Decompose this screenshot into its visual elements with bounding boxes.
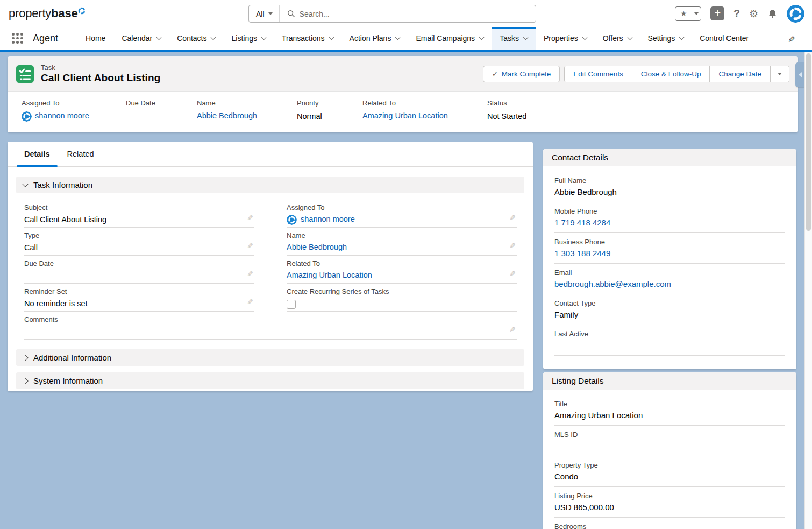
edit-pencil-icon[interactable]: ✎ xyxy=(509,214,516,222)
propertybase-logo[interactable]: propertybase xyxy=(9,6,86,20)
tab-control-center[interactable]: Control Center xyxy=(692,27,757,50)
tab-home[interactable]: Home xyxy=(77,27,113,50)
field-label: Last Active xyxy=(554,330,785,338)
global-search: All xyxy=(248,5,536,23)
record-header-top: Task Call Client About Listing ✓ Mark Co… xyxy=(8,56,798,91)
tab-email-campaigns[interactable]: Email Campaigns xyxy=(408,27,492,50)
tab-listings[interactable]: Listings xyxy=(223,27,273,50)
edit-pencil-icon[interactable]: ✎ xyxy=(247,270,253,278)
chevron-down-icon xyxy=(156,34,162,40)
collapse-panel-handle[interactable] xyxy=(795,62,804,87)
field-label: Business Phone xyxy=(554,238,785,246)
tab-control-center-label: Control Center xyxy=(700,34,749,43)
contact-type-value: Family xyxy=(554,310,785,321)
tab-contacts-label: Contacts xyxy=(177,34,206,43)
edit-pencil-icon[interactable]: ✎ xyxy=(509,270,516,278)
change-date-button[interactable]: Change Date xyxy=(710,66,771,82)
recurring-series-checkbox[interactable] xyxy=(287,300,296,309)
tab-offers[interactable]: Offers xyxy=(595,27,640,50)
field-label: Email xyxy=(554,269,785,277)
reminder-value: No reminder is set xyxy=(24,298,240,309)
chevron-down-icon xyxy=(479,34,485,40)
field-label: Contact Type xyxy=(554,299,785,307)
tab-calendar-label: Calendar xyxy=(122,34,152,43)
more-actions-button[interactable] xyxy=(771,66,789,82)
mobile-phone-link[interactable]: 1 719 418 4284 xyxy=(554,218,610,227)
field-label: Create Recurring Series of Tasks xyxy=(287,287,503,295)
scrollbar-thumb[interactable] xyxy=(806,53,811,231)
field-email: Email bedbrough.abbie@example.com xyxy=(554,264,785,294)
edit-pencil-icon[interactable]: ✎ xyxy=(509,326,516,334)
tab-action-plans[interactable]: Action Plans xyxy=(341,27,408,50)
edit-pencil-icon[interactable]: ✎ xyxy=(247,214,253,222)
close-follow-up-button[interactable]: Close & Follow-Up xyxy=(632,66,710,82)
edit-navigation-pencil-icon[interactable]: ✎ xyxy=(788,34,795,45)
tab-properties[interactable]: Properties xyxy=(536,27,595,50)
section-task-information[interactable]: Task Information xyxy=(16,177,524,193)
caret-down-icon xyxy=(778,73,782,75)
favorites-button: ★ xyxy=(675,6,701,21)
highlight-due-date: Due Date xyxy=(126,99,197,122)
tab-tasks-label: Tasks xyxy=(500,34,519,43)
tab-offers-label: Offers xyxy=(603,34,623,43)
logo-text-bold: base xyxy=(51,6,77,20)
header-actions: ★ + ? ⚙ xyxy=(675,4,804,23)
help-icon[interactable]: ? xyxy=(733,8,740,19)
favorites-star-icon[interactable]: ★ xyxy=(675,7,692,20)
assignee-avatar xyxy=(22,111,32,122)
contact-details-card: Contact Details Full Name Abbie Bedbroug… xyxy=(543,149,796,369)
chevron-left-icon xyxy=(799,72,802,77)
chevron-down-icon xyxy=(523,34,528,40)
contact-name-link[interactable]: Abbie Bedbrough xyxy=(287,243,347,252)
app-launcher-icon[interactable] xyxy=(12,33,23,44)
listing-details-card: Listing Details Title Amazing Urban Loca… xyxy=(543,372,796,529)
global-add-button[interactable]: + xyxy=(710,6,724,20)
field-comments: Comments ✎ xyxy=(24,312,517,340)
edit-comments-button[interactable]: Edit Comments xyxy=(565,66,632,82)
tab-details[interactable]: Details xyxy=(16,142,59,166)
field-listing-title: Title Amazing Urban Location xyxy=(554,395,785,426)
notifications-bell-icon[interactable] xyxy=(767,9,778,19)
assigned-to-link[interactable]: shannon moore xyxy=(35,111,89,121)
field-label: Assigned To xyxy=(287,203,503,211)
related-to-link[interactable]: Amazing Urban Location xyxy=(362,111,448,121)
business-phone-link[interactable]: 1 303 188 2449 xyxy=(554,249,610,258)
field-label: Title xyxy=(554,400,785,408)
tab-calendar[interactable]: Calendar xyxy=(113,27,169,50)
section-system-information[interactable]: System Information xyxy=(16,372,524,389)
tab-related[interactable]: Related xyxy=(59,142,103,166)
favorites-caret-button[interactable] xyxy=(692,7,701,20)
tab-transactions[interactable]: Transactions xyxy=(274,27,341,50)
tab-contacts[interactable]: Contacts xyxy=(169,27,223,50)
user-avatar[interactable] xyxy=(787,5,804,23)
chevron-down-icon xyxy=(22,181,28,187)
search-scope-caret-icon xyxy=(268,12,273,15)
related-to-link[interactable]: Amazing Urban Location xyxy=(287,271,372,280)
assigned-to-link[interactable]: shannon moore xyxy=(301,215,355,224)
check-icon: ✓ xyxy=(492,70,498,78)
edit-pencil-icon[interactable]: ✎ xyxy=(247,242,253,250)
field-label: Due Date xyxy=(24,259,240,267)
section-title: System Information xyxy=(33,376,103,385)
task-information-fields: Subject Call Client About Listing ✎ Assi… xyxy=(24,200,517,340)
edit-pencil-icon[interactable]: ✎ xyxy=(509,242,516,250)
app-name[interactable]: Agent xyxy=(33,33,58,44)
highlight-status: Status Not Started xyxy=(487,99,793,122)
section-additional-information[interactable]: Additional Information xyxy=(16,349,524,366)
search-scope-select[interactable]: All xyxy=(249,5,280,22)
contact-name-link[interactable]: Abbie Bedbrough xyxy=(197,111,257,121)
edit-pencil-icon[interactable]: ✎ xyxy=(247,298,253,306)
search-input[interactable] xyxy=(300,10,536,18)
setup-gear-icon[interactable]: ⚙ xyxy=(749,8,758,20)
listing-title-value: Amazing Urban Location xyxy=(554,411,785,422)
highlight-name: Name Abbie Bedbrough xyxy=(197,99,297,122)
highlight-label: Assigned To xyxy=(22,99,120,107)
priority-value: Normal xyxy=(297,111,357,122)
details-card: Details Related Task Information Subject… xyxy=(8,142,533,391)
tab-tasks[interactable]: Tasks xyxy=(492,27,536,50)
comments-value xyxy=(24,326,503,337)
mark-complete-button[interactable]: ✓ Mark Complete xyxy=(483,66,560,82)
email-link[interactable]: bedbrough.abbie@example.com xyxy=(554,279,671,288)
tab-settings[interactable]: Settings xyxy=(640,27,692,50)
vertical-scrollbar[interactable] xyxy=(804,52,812,529)
